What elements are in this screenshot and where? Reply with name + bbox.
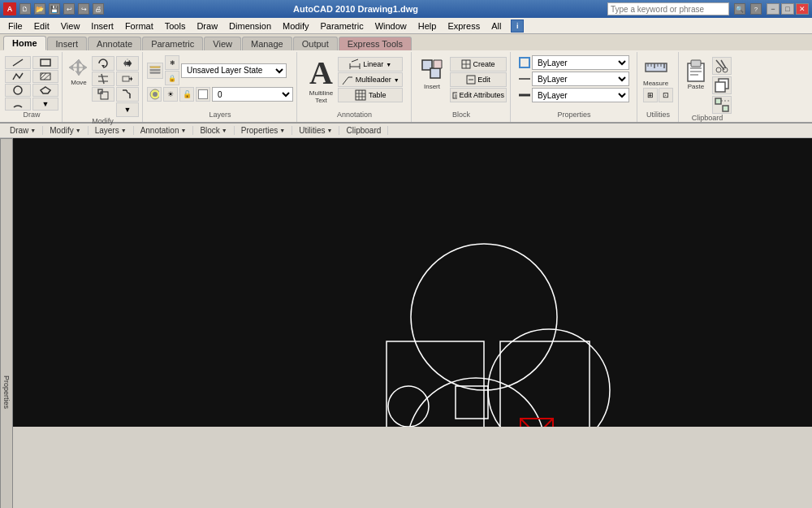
annotation-group-label: Annotation (337, 111, 372, 120)
menu-format[interactable]: Format (120, 20, 158, 32)
utilities-btn1[interactable]: ⊞ (643, 88, 658, 102)
draw-rect-btn[interactable] (32, 56, 58, 69)
layer-state-dropdown[interactable]: Unsaved Layer State (181, 63, 287, 78)
qat-undo[interactable]: ↩ (63, 3, 75, 15)
draw-line-btn[interactable] (5, 56, 31, 69)
modify-scale-btn[interactable] (92, 87, 114, 102)
svg-marker-20 (131, 76, 132, 81)
tab-express-tools[interactable]: Express Tools (339, 37, 412, 50)
search-icon[interactable]: 🔍 (734, 3, 745, 15)
paste-btn[interactable]: Paste (683, 55, 709, 92)
ribbon-group-clipboard: Paste (680, 52, 735, 122)
draw-circle-btn[interactable] (5, 84, 31, 97)
menu-express[interactable]: Express (443, 20, 485, 32)
utilities-btn2[interactable]: ⊡ (659, 88, 673, 102)
multileader-btn[interactable]: Multileader ▼ (338, 72, 403, 87)
properties-tab[interactable]: Properties (0, 138, 13, 508)
svg-point-79 (488, 329, 610, 427)
modify-more-btn[interactable]: ▼ (116, 102, 139, 117)
menu-all[interactable]: All (486, 20, 506, 32)
lock-layer-btn[interactable]: 🔒 (165, 71, 179, 85)
ribbon-group-layers: ❄ 🔒 Unsaved Layer State ☀ 🔓 0 (144, 52, 297, 122)
qat-save[interactable]: 💾 (49, 3, 60, 15)
measure-btn[interactable]: Measure (643, 55, 668, 87)
menu-insert[interactable]: Insert (86, 20, 119, 32)
draw-label[interactable]: Draw▼ (3, 126, 43, 135)
edit-attributes-btn[interactable]: Edit Attributes (450, 88, 507, 102)
layer-freeze-btn[interactable]: ☀ (163, 87, 178, 102)
title-bar: A 🗋 📂 💾 ↩ ↪ 🖨 AutoCAD 2010 Drawing1.dwg … (0, 0, 812, 18)
draw-polyline-btn[interactable] (5, 70, 31, 83)
menu-help[interactable]: Help (413, 20, 442, 32)
color-dropdown[interactable]: ByLayer (532, 55, 629, 70)
table-btn[interactable]: Table (338, 88, 403, 102)
svg-rect-34 (356, 90, 365, 100)
draw-region-btn[interactable] (32, 84, 58, 97)
cut-btn[interactable] (712, 57, 732, 75)
menu-parametric[interactable]: Parametric (315, 20, 368, 32)
search-input[interactable] (607, 2, 729, 15)
multiline-text-btn[interactable]: A MultilineText (306, 55, 336, 106)
modify-stretch-btn[interactable] (116, 72, 139, 86)
menu-view[interactable]: View (56, 20, 85, 32)
modify-trim-btn[interactable] (92, 72, 114, 86)
copy-btn[interactable] (712, 76, 732, 94)
linear-dimension-btn[interactable]: Linear ▼ (338, 57, 403, 72)
utilities-label[interactable]: Utilities▼ (292, 126, 339, 135)
modify-fillet-btn[interactable] (116, 87, 139, 102)
menu-file[interactable]: File (3, 20, 28, 32)
qat-open[interactable]: 📂 (34, 3, 45, 15)
drawing-canvas-area[interactable]: Y X (13, 138, 812, 427)
edit-block-btn[interactable]: Edit (450, 72, 507, 87)
layer-color-btn[interactable] (196, 87, 210, 102)
help-icon[interactable]: ? (750, 3, 762, 15)
modify-mirror-btn[interactable] (116, 56, 139, 71)
tab-parametric[interactable]: Parametric (142, 37, 203, 50)
clipboard-label[interactable]: Clipboard (339, 126, 388, 135)
layers-label[interactable]: Layers▼ (89, 126, 134, 135)
tab-insert[interactable]: Insert (47, 37, 88, 50)
restore-button[interactable]: □ (781, 3, 794, 15)
draw-more-btn[interactable]: ▼ (32, 98, 58, 111)
window-title: AutoCAD 2010 Drawing1.dwg (104, 4, 607, 14)
menu-window[interactable]: Window (370, 20, 412, 32)
tab-home[interactable]: Home (3, 36, 46, 50)
create-block-btn[interactable]: Create (450, 57, 507, 72)
svg-marker-16 (123, 60, 127, 67)
svg-rect-71 (723, 106, 728, 111)
minimize-button[interactable]: − (767, 3, 780, 15)
layer-lock-icon-btn[interactable]: 🔓 (179, 87, 194, 102)
menu-tools[interactable]: Tools (160, 20, 191, 32)
match-properties-btn[interactable] (712, 96, 732, 114)
info-button[interactable]: i (511, 20, 524, 33)
modify-rotate-btn[interactable] (92, 56, 114, 71)
qat-print[interactable]: 🖨 (93, 3, 104, 15)
tab-manage[interactable]: Manage (242, 37, 292, 50)
layer-status-btn[interactable] (147, 87, 162, 102)
layers-group-label: Layers (209, 111, 231, 120)
insert-block-btn[interactable]: Insert (416, 55, 448, 92)
qat-new[interactable]: 🗋 (19, 3, 31, 15)
menu-dimension[interactable]: Dimension (224, 20, 276, 32)
draw-arc-btn[interactable] (5, 98, 31, 111)
move-btn[interactable]: Move (67, 56, 91, 102)
lineweight-dropdown[interactable]: ByLayer (532, 88, 629, 102)
block-label[interactable]: Block▼ (193, 126, 234, 135)
properties-label[interactable]: Properties▼ (235, 126, 293, 135)
layer-name-dropdown[interactable]: 0 (212, 87, 293, 102)
tab-view[interactable]: View (204, 37, 241, 50)
svg-rect-62 (690, 71, 702, 72)
close-button[interactable]: ✕ (796, 3, 809, 15)
qat-redo[interactable]: ↪ (78, 3, 89, 15)
draw-hatch-btn[interactable] (32, 70, 58, 83)
tab-output[interactable]: Output (293, 37, 338, 50)
freeze-layer-btn[interactable]: ❄ (165, 55, 179, 70)
tab-annotate[interactable]: Annotate (88, 37, 141, 50)
annotation-label[interactable]: Annotation▼ (134, 126, 194, 135)
layer-properties-btn[interactable] (147, 63, 163, 79)
menu-edit[interactable]: Edit (29, 20, 54, 32)
menu-draw[interactable]: Draw (192, 20, 222, 32)
menu-modify[interactable]: Modify (278, 20, 313, 32)
modify-label[interactable]: Modify▼ (43, 126, 88, 135)
linetype-dropdown[interactable]: ByLayer (532, 72, 629, 86)
